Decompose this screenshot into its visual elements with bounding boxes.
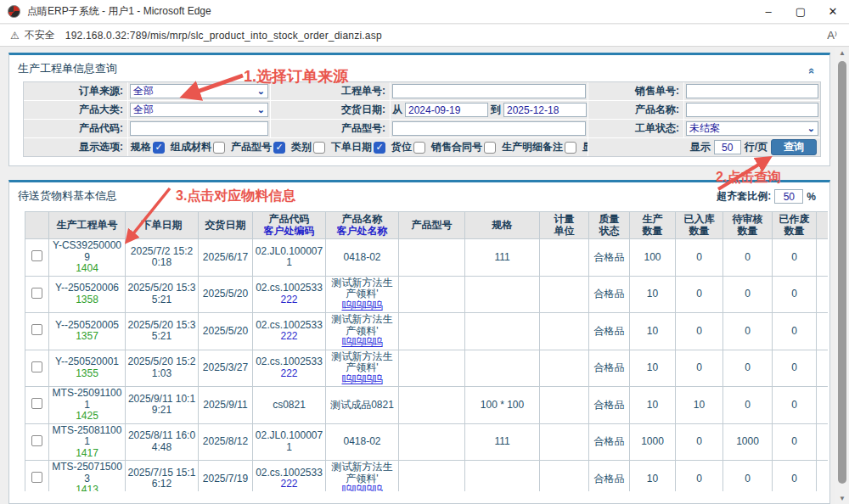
query-button[interactable]: 查询 xyxy=(771,139,817,155)
row-checkbox[interactable] xyxy=(31,361,42,372)
order-no[interactable]: Y-CS392500009 xyxy=(51,240,123,263)
product-name-cell: 测试新方法生产领料'呜呜呜呜 xyxy=(326,276,399,313)
row-checkbox[interactable] xyxy=(31,435,42,446)
customer-name-link[interactable]: 呜呜呜呜 xyxy=(328,374,396,386)
rows-per-page-input[interactable] xyxy=(714,140,741,154)
product-name: 测试新方法生产领料' xyxy=(328,462,396,484)
url-text[interactable]: 192.168.0.32:789/mis/mrp/slc_product_int… xyxy=(65,30,382,42)
delivery-date-cell: 2025/3/27 xyxy=(199,350,253,387)
order-no[interactable]: Y--250520001 xyxy=(51,356,123,368)
ratio-input[interactable] xyxy=(774,189,803,204)
spec-cell xyxy=(465,461,540,492)
column-header: 待审核数量 xyxy=(723,212,773,239)
spec-cell: 100 * 100 xyxy=(465,387,540,424)
table-row[interactable]: MTS-25081100114172025/8/11 16:04:482025/… xyxy=(25,423,829,461)
product-code-label: 产品代码: xyxy=(24,120,127,137)
column-header: 生产工程单号 xyxy=(49,212,126,239)
read-aloud-icon[interactable]: A⁾ xyxy=(827,29,837,42)
qty-voided-cell: 0 xyxy=(773,313,817,350)
checkbox-unchecked[interactable] xyxy=(213,142,225,154)
product-name-input[interactable] xyxy=(686,103,818,117)
order-no-cell[interactable]: MTS-2508110011417 xyxy=(49,423,126,461)
table-row[interactable]: MTS-25091100114252025/9/11 10:19:212025/… xyxy=(25,387,829,424)
row-select-cell xyxy=(25,239,49,277)
display-options: 规格✓组成材料产品型号✓类别下单日期✓货位销售合同号生产明细备注显示图片、BOX… xyxy=(128,138,588,156)
security-label[interactable]: 不安全 xyxy=(25,28,55,42)
materials-header-row: 生产工程单号下单日期交货日期产品代码客户处编码产品名称客户处名称产品型号规格计量… xyxy=(25,212,829,239)
checkbox-checked[interactable]: ✓ xyxy=(273,142,285,154)
delivery-date-cell: 2025/7/19 xyxy=(199,461,253,492)
column-header: 产品代码客户处编码 xyxy=(253,212,326,239)
row-checkbox[interactable] xyxy=(31,472,42,483)
checkbox-unchecked[interactable] xyxy=(565,142,576,154)
product-code-input[interactable] xyxy=(130,121,268,136)
date-to-input[interactable] xyxy=(503,103,587,117)
order-no-cell[interactable]: Y--2505200011355 xyxy=(49,350,126,387)
delivery-date-cell: 2025/5/20 xyxy=(199,276,253,313)
scroll-up-icon[interactable]: ▲ xyxy=(835,49,849,57)
customer-name-link[interactable]: 呜呜呜呜 xyxy=(328,337,396,349)
browser-titlebar: 点睛ERP子系统 - 用户1 - Microsoft Edge – ▢ ✕ xyxy=(0,0,849,24)
order-no-cell[interactable]: MTS-2509110011425 xyxy=(49,387,126,424)
customer-name-link[interactable]: 呜呜呜呜 xyxy=(328,484,396,491)
checkbox-checked[interactable]: ✓ xyxy=(153,142,165,154)
product-code: cs0821 xyxy=(255,400,323,412)
quality-status-cell: 合格品 xyxy=(589,423,630,461)
scroll-down-icon[interactable]: ▼ xyxy=(835,495,849,502)
order-no-cell[interactable]: MTS-2507150031413 xyxy=(49,461,126,492)
checkbox-checked[interactable]: ✓ xyxy=(374,142,385,154)
page-size-area: 显示 行/页 查询 xyxy=(588,138,820,156)
filler-cell xyxy=(817,387,829,424)
qty-pending-cell: 0 xyxy=(723,350,773,387)
vertical-scroll-thumb[interactable] xyxy=(838,61,846,484)
minimize-button[interactable]: – xyxy=(752,0,784,24)
order-no-cell[interactable]: Y-CS3925000091404 xyxy=(49,239,126,277)
filler-cell xyxy=(817,423,829,461)
product-name: 0418-02 xyxy=(328,436,396,448)
display-option: 销售合同号 xyxy=(431,140,496,154)
collapse-icon[interactable]: « xyxy=(806,68,818,72)
table-row[interactable]: Y-CS39250000914042025/7/2 15:20:182025/6… xyxy=(25,239,829,277)
product-model-input[interactable] xyxy=(392,121,586,136)
product-code: 02.JL0.1000071 xyxy=(255,246,323,269)
display-option-label: 产品型号 xyxy=(231,140,272,154)
display-option: 规格✓ xyxy=(131,140,165,154)
checkbox-unchecked[interactable] xyxy=(413,142,425,154)
qty-produced-cell: 10 xyxy=(630,461,676,492)
table-row[interactable]: Y--25052000513572025/5/20 15:35:212025/5… xyxy=(25,313,829,350)
row-checkbox[interactable] xyxy=(31,324,42,335)
order-no-cell[interactable]: Y--2505200061358 xyxy=(49,276,126,313)
order-status-select[interactable]: 未结案 ⌄ xyxy=(686,121,818,136)
date-from-input[interactable] xyxy=(405,103,488,117)
product-name: 测试新方法生产领料' xyxy=(328,351,396,374)
order-no[interactable]: MTS-250715003 xyxy=(51,462,123,484)
order-source-value: 全部 xyxy=(133,84,154,98)
order-no[interactable]: Y--250520006 xyxy=(51,283,123,294)
order-id: 1357 xyxy=(51,331,123,343)
row-checkbox[interactable] xyxy=(31,398,42,409)
browser-urlbar: ⚠ 不安全 192.168.0.32:789/mis/mrp/slc_produ… xyxy=(0,25,849,47)
table-row[interactable]: Y--25052000113552025/5/20 15:21:032025/3… xyxy=(25,350,829,387)
order-no[interactable]: MTS-250911001 xyxy=(51,388,123,411)
checkbox-unchecked[interactable] xyxy=(313,142,325,154)
order-no-cell[interactable]: Y--2505200051357 xyxy=(49,313,126,350)
order-no[interactable]: MTS-250811001 xyxy=(51,425,123,448)
product-code-cell: 02.cs.1002533222 xyxy=(253,276,326,313)
maximize-button[interactable]: ▢ xyxy=(784,0,817,24)
order-no[interactable]: Y--250520005 xyxy=(51,320,123,332)
customer-name-link[interactable]: 呜呜呜呜 xyxy=(328,300,396,312)
row-checkbox[interactable] xyxy=(31,288,42,299)
display-option-label: 货位 xyxy=(391,140,412,154)
not-secure-icon[interactable]: ⚠ xyxy=(10,30,20,42)
table-row[interactable]: MTS-25071500314132025/7/15 15:16:122025/… xyxy=(25,461,829,492)
product-class-select[interactable]: 全部 ⌄ xyxy=(130,103,268,117)
order-date-cell: 2025/7/2 15:20:18 xyxy=(126,239,199,277)
vertical-scrollbar[interactable]: ▲ ▼ xyxy=(835,48,849,504)
row-checkbox[interactable] xyxy=(31,250,42,261)
table-row[interactable]: Y--25052000613582025/5/20 15:35:212025/5… xyxy=(25,276,829,313)
qty-pending-cell: 1000 xyxy=(723,423,773,461)
checkbox-unchecked[interactable] xyxy=(484,142,496,154)
sales-order-input[interactable] xyxy=(686,84,818,98)
close-button[interactable]: ✕ xyxy=(817,0,849,24)
work-order-input[interactable] xyxy=(392,84,586,98)
